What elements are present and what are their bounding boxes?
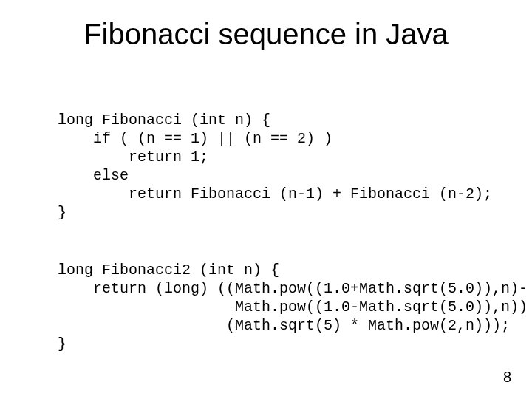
code-line: return (long) ((Math.pow((1.0+Math.sqrt(… bbox=[58, 280, 528, 297]
slide: Fibonacci sequence in Java long Fibonacc… bbox=[0, 0, 532, 399]
code-line: long Fibonacci2 (int n) { bbox=[58, 262, 279, 279]
code-line: return 1; bbox=[58, 149, 208, 166]
code-line: return Fibonacci (n-1) + Fibonacci (n-2)… bbox=[58, 185, 492, 202]
code-line: long Fibonacci (int n) { bbox=[58, 112, 270, 129]
code-line: Math.pow((1.0-Math.sqrt(5.0)),n)) / bbox=[58, 299, 532, 316]
code-line: if ( (n == 1) || (n == 2) ) bbox=[58, 130, 332, 147]
slide-title: Fibonacci sequence in Java bbox=[0, 18, 532, 51]
code-area: long Fibonacci (int n) { if ( (n == 1) |… bbox=[58, 92, 488, 390]
code-block-2: long Fibonacci2 (int n) { return (long) … bbox=[58, 261, 488, 353]
page-number: 8 bbox=[503, 369, 511, 386]
code-block-1: long Fibonacci (int n) { if ( (n == 1) |… bbox=[58, 111, 488, 222]
code-line: (Math.sqrt(5) * Math.pow(2,n))); bbox=[58, 317, 510, 334]
code-line: } bbox=[58, 335, 66, 352]
code-line: else bbox=[58, 167, 129, 184]
code-line: } bbox=[58, 204, 66, 221]
